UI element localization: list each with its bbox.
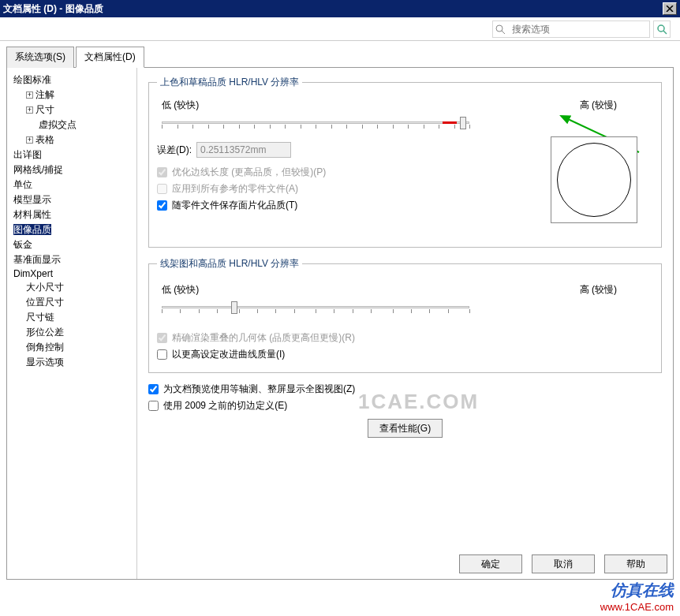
- tree-annotations[interactable]: +注解: [10, 88, 133, 103]
- tree-tables[interactable]: +表格: [10, 133, 133, 147]
- toolbar: [0, 17, 680, 41]
- tree-sheet-metal[interactable]: 钣金: [10, 237, 133, 252]
- slider1-high-label: 高 (较慢): [580, 99, 617, 112]
- tree-dimxpert[interactable]: DimXpert: [10, 267, 133, 280]
- wireframe-quality-slider[interactable]: [162, 298, 469, 315]
- tree-location-dim[interactable]: 位置尺寸: [10, 295, 133, 310]
- tree-drafting-std[interactable]: 绘图标准: [10, 73, 133, 88]
- search-button[interactable]: [653, 21, 671, 38]
- slider1-thumb[interactable]: [460, 117, 466, 129]
- deviation-input: [196, 142, 291, 158]
- tree-detailing[interactable]: 出详图: [10, 147, 133, 162]
- tree-dimensions[interactable]: +尺寸: [10, 103, 133, 118]
- tree-size-dim[interactable]: 大小尺寸: [10, 280, 133, 295]
- chk-pre2009-tangent[interactable]: [148, 401, 159, 411]
- magnifier-icon: [656, 24, 667, 35]
- help-button[interactable]: 帮助: [604, 554, 667, 573]
- tree-model-display[interactable]: 模型显示: [10, 192, 133, 207]
- chk-improve-curves[interactable]: [157, 349, 167, 360]
- slider1-low-label: 低 (较快): [162, 99, 199, 112]
- tab-document-properties[interactable]: 文档属性(D): [76, 47, 144, 68]
- dialog-buttons: 确定 取消 帮助: [459, 554, 667, 573]
- wireframe-quality-group: 线架图和高品质 HLR/HLV 分辨率 低 (较快) 高 (较慢) 精确渲染重叠…: [148, 257, 662, 373]
- search-box[interactable]: [492, 21, 650, 38]
- preview-circle-icon: [557, 143, 631, 217]
- close-button[interactable]: [663, 2, 677, 15]
- svg-point-0: [496, 25, 503, 32]
- shaded-legend: 上色和草稿品质 HLR/HLV 分辨率: [157, 76, 302, 89]
- chk-optimize-edge: [157, 167, 167, 177]
- wireframe-legend: 线架图和高品质 HLR/HLV 分辨率: [157, 257, 302, 271]
- view-performance-button[interactable]: 查看性能(G): [368, 419, 443, 438]
- chk-precise-render: [157, 333, 167, 343]
- tree-display-opts[interactable]: 显示选项: [10, 355, 133, 370]
- category-tree[interactable]: 绘图标准 +注解 +尺寸 虚拟交点 +表格 出详图 网格线/捕捉 单位 模型显示…: [7, 68, 137, 579]
- close-icon: [666, 6, 674, 12]
- search-input[interactable]: [509, 24, 649, 35]
- cancel-button[interactable]: 取消: [532, 554, 595, 573]
- svg-line-1: [502, 31, 505, 34]
- ok-button[interactable]: 确定: [459, 554, 522, 573]
- tree-material-props[interactable]: 材料属性: [10, 207, 133, 222]
- content-pane: 1CAE.COM 上色和草稿品质 HLR/HLV 分辨率 低 (较快) 高 (较…: [137, 68, 673, 579]
- slider2-thumb[interactable]: [231, 301, 237, 314]
- tree-virtual-sharps[interactable]: 虚拟交点: [10, 118, 133, 133]
- tab-bar: 系统选项(S) 文档属性(D): [6, 46, 680, 67]
- chk-isometric-preview[interactable]: [148, 384, 159, 394]
- tree-chain-dim[interactable]: 尺寸链: [10, 310, 133, 325]
- shaded-quality-group: 上色和草稿品质 HLR/HLV 分辨率 低 (较快) 高 (较慢): [148, 76, 662, 248]
- search-icon: [495, 24, 507, 35]
- chk-save-tessellation[interactable]: [157, 200, 167, 211]
- tree-chamfer[interactable]: 倒角控制: [10, 340, 133, 355]
- tree-geo-tol[interactable]: 形位公差: [10, 325, 133, 340]
- shaded-quality-slider[interactable]: [162, 114, 469, 131]
- slider2-low-label: 低 (较快): [162, 283, 199, 297]
- svg-point-2: [658, 25, 664, 32]
- body-panel: 绘图标准 +注解 +尺寸 虚拟交点 +表格 出详图 网格线/捕捉 单位 模型显示…: [6, 67, 674, 580]
- chk-apply-all-parts: [157, 184, 167, 194]
- tree-plane-display[interactable]: 基准面显示: [10, 252, 133, 267]
- window-title: 文档属性 (D) - 图像品质: [3, 2, 103, 16]
- tree-grid-snap[interactable]: 网格线/捕捉: [10, 162, 133, 177]
- tree-units[interactable]: 单位: [10, 177, 133, 192]
- preview-box: [551, 136, 637, 223]
- tab-system-options[interactable]: 系统选项(S): [6, 47, 74, 68]
- tree-image-quality[interactable]: 图像品质: [10, 222, 133, 237]
- deviation-label: 误差(D):: [157, 144, 192, 157]
- title-bar: 文档属性 (D) - 图像品质: [0, 0, 680, 17]
- slider2-high-label: 高 (较慢): [580, 283, 617, 297]
- watermark-corner: 仿真在线 www.1CAE.com: [594, 577, 680, 616]
- svg-line-3: [663, 31, 667, 34]
